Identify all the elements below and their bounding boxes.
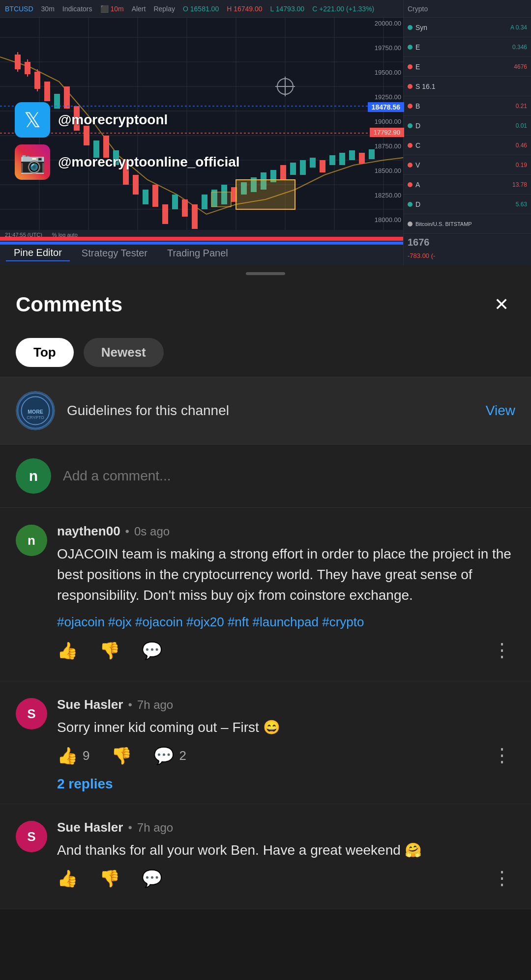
filter-tab-top[interactable]: Top [16, 338, 74, 367]
comment-actions-1: 👍 👎 💬 ⋮ [57, 640, 515, 661]
add-comment-input[interactable] [63, 468, 515, 484]
thumbs-up-icon-3: 👍 [57, 868, 78, 888]
comment-timestamp-2: 7h ago [137, 698, 173, 712]
instagram-handle: @morecryptoonline_official [58, 154, 240, 170]
toolbar-tab-strategy[interactable]: Strategy Tester [74, 246, 155, 261]
right-panel-change: -783.00 (- [404, 251, 531, 260]
crypto-row-e2[interactable]: E 4676 [404, 57, 531, 77]
comment-hashtags-1[interactable]: #ojacoin #ojx #ojacoin #ojx20 #nft #laun… [57, 613, 515, 632]
drag-bar [246, 272, 285, 275]
svg-rect-56 [369, 149, 375, 159]
chart-top-bar: BTCUSD 30m Indicators ⬛ 10m Alert Replay… [0, 0, 403, 18]
svg-rect-54 [349, 150, 355, 160]
twitter-handle: @morecryptoonl [58, 112, 168, 128]
commenter-name-2: Sue Hasler [57, 697, 123, 712]
crypto-row-btc[interactable]: Bitcoin/U.S. BITSTAMP [404, 214, 531, 234]
like-button-2[interactable]: 👍 9 [57, 746, 89, 765]
reply-button-1[interactable]: 💬 [142, 641, 162, 660]
replies-link-2[interactable]: 2 replies [16, 776, 515, 792]
comment-time-1: • [125, 525, 129, 538]
right-panel-price-large: 1676 [404, 234, 531, 251]
social-overlay: 𝕏 @morecryptoonl 📷 @morecryptoonline_off… [15, 102, 240, 187]
thumbs-up-icon-1: 👍 [57, 641, 78, 660]
svg-rect-34 [152, 185, 158, 207]
crypto-row-c[interactable]: C 0.46 [404, 136, 531, 155]
comment-text-2: Sorry inner kid coming out – First 😄 [57, 717, 515, 738]
comment-body-1: naythen00 • 0s ago OJACOIN team is makin… [57, 524, 515, 661]
svg-rect-23 [44, 82, 50, 101]
toolbar-tab-pine[interactable]: Pine Editor [6, 245, 70, 261]
chart-alert[interactable]: Alert [132, 5, 146, 13]
more-options-button-3[interactable]: ⋮ [489, 868, 515, 889]
chart-close: C +221.00 (+1.33%) [312, 5, 374, 13]
svg-rect-51 [320, 160, 325, 172]
comment-item-3: S Sue Hasler • 7h ago And thanks for all… [0, 804, 531, 909]
instagram-icon: 📷 [20, 150, 45, 174]
reply-icon-3: 💬 [142, 868, 162, 888]
crypto-row-a[interactable]: A 13.78 [404, 175, 531, 195]
commenter-avatar-1: n [16, 525, 47, 556]
comments-header: Comments ✕ [0, 279, 531, 328]
dislike-button-3[interactable]: 👎 [99, 868, 120, 888]
chart-red-bar [0, 237, 403, 241]
dislike-button-2[interactable]: 👎 [111, 746, 132, 765]
twitter-icon-box: 𝕏 [15, 102, 50, 138]
guidelines-text: Guidelines for this channel [67, 403, 474, 419]
more-options-button-2[interactable]: ⋮ [489, 745, 515, 766]
filter-tab-newest[interactable]: Newest [84, 338, 164, 367]
right-panel-header: Crypto [404, 0, 531, 18]
chart-replay[interactable]: Replay [153, 5, 175, 13]
channel-avatar-image: MORE CRYPTO [16, 391, 55, 430]
twitter-bird-icon: 𝕏 [24, 108, 41, 132]
svg-rect-49 [300, 160, 306, 175]
thumbs-down-icon-3: 👎 [99, 868, 120, 888]
guidelines-view-button[interactable]: View [486, 403, 515, 419]
comments-section: Comments ✕ Top Newest MORE CRYPTO Guidel… [0, 265, 531, 909]
twitter-social-item: 𝕏 @morecryptoonl [15, 102, 240, 138]
svg-text:CRYPTO: CRYPTO [27, 415, 44, 420]
channel-avatar: MORE CRYPTO [16, 391, 55, 430]
reply-button-3[interactable]: 💬 [142, 868, 162, 888]
filter-tabs: Top Newest [0, 328, 531, 377]
like-count-2: 9 [83, 748, 89, 763]
reply-button-2[interactable]: 💬 2 [153, 746, 186, 765]
more-options-button-1[interactable]: ⋮ [489, 640, 515, 661]
commenter-name-1: naythen00 [57, 524, 120, 539]
svg-rect-47 [280, 165, 286, 180]
svg-rect-35 [162, 204, 168, 224]
comment-header-row-3: S Sue Hasler • 7h ago And thanks for all… [16, 820, 515, 889]
chart-symbol[interactable]: BTCUSD [5, 5, 33, 13]
like-button-3[interactable]: 👍 [57, 868, 78, 888]
chart-indicators[interactable]: Indicators [62, 5, 92, 13]
crypto-row-v[interactable]: V 0.19 [404, 155, 531, 175]
comment-header-row-2: S Sue Hasler • 7h ago Sorry inner kid co… [16, 697, 515, 766]
commenter-avatar-2: S [16, 698, 47, 729]
svg-rect-36 [172, 195, 178, 209]
toolbar-tab-trading[interactable]: Trading Panel [159, 246, 236, 261]
dislike-button-1[interactable]: 👎 [99, 641, 120, 660]
crypto-row-d1[interactable]: D 0.01 [404, 116, 531, 136]
chart-area: BTCUSD 30m Indicators ⬛ 10m Alert Replay… [0, 0, 531, 265]
drag-indicator[interactable] [0, 265, 531, 279]
chart-blue-bar [0, 242, 403, 245]
chart-right-panel: Crypto Syn A 0.34 E 0.346 E 4676 S 16.1 … [403, 0, 531, 265]
like-button-1[interactable]: 👍 [57, 641, 78, 660]
svg-rect-58 [211, 192, 231, 207]
crypto-row-b[interactable]: B 0.21 [404, 96, 531, 116]
chart-timeframe[interactable]: 30m [41, 5, 55, 13]
instagram-icon-box: 📷 [15, 144, 50, 180]
crypto-row-s[interactable]: S 16.1 [404, 77, 531, 96]
current-user-avatar: n [16, 458, 51, 494]
reply-icon-2: 💬 [153, 746, 174, 765]
svg-text:MORE: MORE [28, 409, 43, 415]
commenter-name-3: Sue Hasler [57, 820, 123, 835]
crypto-row-d2[interactable]: D 5.63 [404, 195, 531, 214]
svg-rect-55 [359, 153, 365, 164]
crypto-row-e1[interactable]: E 0.346 [404, 37, 531, 57]
chart-open: O 16581.00 [183, 5, 219, 13]
crypto-row-syn[interactable]: Syn A 0.34 [404, 18, 531, 37]
svg-rect-50 [310, 158, 316, 168]
comment-time-3: • [128, 821, 132, 835]
close-button[interactable]: ✕ [488, 291, 515, 318]
right-panel-title: Crypto [408, 5, 428, 13]
